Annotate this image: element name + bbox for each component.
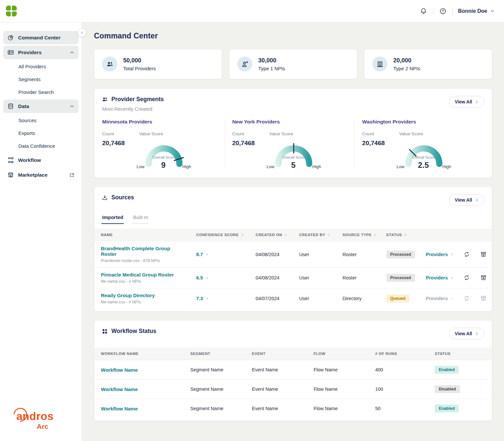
external-link-icon: [69, 172, 75, 178]
col-segment: SEGMENT: [186, 347, 247, 360]
segment-count-block: Count 20,7468: [362, 131, 385, 168]
col-confidence-score[interactable]: CONFIDENCE SCORE: [192, 229, 251, 241]
col-source-type[interactable]: SOURCE TYPE: [338, 229, 382, 241]
workflow-row: Workflow Name Segment Name Event Name Fl…: [94, 399, 492, 418]
segments-view-all-button[interactable]: View All: [449, 96, 485, 108]
database-icon: [7, 103, 14, 110]
workflow-status-card: Workflow Status View All WORKFLOW NAME S…: [94, 320, 492, 421]
workflow-table: WORKFLOW NAME SEGMENT EVENT FLOW # OF RU…: [94, 347, 492, 418]
overall-score-label: Overall Score: [399, 155, 448, 159]
workflow-name-link[interactable]: Workflow Name: [101, 406, 138, 411]
source-name-link[interactable]: BrandHealth Complete Group Roster: [101, 246, 187, 257]
sidebar-item-exports[interactable]: Exports: [3, 127, 79, 139]
sidebar-item-providers[interactable]: Providers: [3, 46, 79, 59]
sort-icon: [241, 233, 244, 237]
providers-link[interactable]: Providers: [426, 252, 454, 257]
page-title: Command Center: [94, 32, 492, 40]
overall-score-label: Overall Score: [139, 155, 189, 159]
gauge-score: 2.5: [418, 161, 429, 169]
sidebar-item-label: Workflow: [18, 157, 41, 163]
confidence-score-link[interactable]: 8.7: [196, 252, 209, 257]
status-badge: Queued: [386, 295, 410, 302]
refresh-button: [463, 295, 470, 302]
sidebar-collapse-button[interactable]: [78, 28, 86, 37]
chevron-right-icon: [205, 276, 209, 280]
segment-name[interactable]: New York Providers: [232, 119, 348, 125]
sidebar-item-data-confidence[interactable]: Data Confidence: [3, 140, 79, 152]
app-logo-icon[interactable]: [6, 6, 17, 16]
refresh-icon: [464, 251, 470, 257]
status-badge: Disabled: [435, 385, 460, 393]
workflow-view-all-button[interactable]: View All: [449, 328, 485, 340]
card-title: Workflow Status: [111, 328, 156, 335]
stat-card-type1-npis: 30,000 Type 1 NPIs: [229, 49, 357, 79]
refresh-button[interactable]: [463, 274, 470, 281]
archive-button[interactable]: [480, 251, 487, 258]
count-label: Count: [102, 131, 125, 136]
stat-label: Type 2 NPIs: [393, 66, 420, 71]
building-icon: [372, 56, 387, 72]
col-created-on[interactable]: CREATED ON: [251, 229, 294, 241]
chevron-right-icon: [205, 297, 209, 300]
sidebar-item-data[interactable]: Data: [3, 99, 79, 113]
sidebar-item-segments[interactable]: Segments: [3, 73, 79, 85]
gauge-high-label: High: [442, 164, 451, 169]
col-status[interactable]: STATUS: [382, 229, 421, 241]
count-label: Count: [232, 131, 255, 136]
sidebar-item-label: Data: [18, 103, 29, 109]
stat-label: Type 1 NPIs: [258, 66, 285, 71]
stat-card-total-providers: 50,000 Total Providers: [94, 49, 222, 79]
chevron-right-icon: [450, 253, 454, 256]
runs-cell: 50: [371, 399, 430, 418]
sidebar-item-sources[interactable]: Sources: [3, 114, 79, 126]
status-badge: Processed: [386, 251, 415, 258]
segment-name[interactable]: Washington Providers: [362, 119, 477, 125]
segment-count-block: Count 20,7468: [102, 131, 125, 168]
help-icon[interactable]: ?: [439, 7, 447, 15]
source-name-link[interactable]: Ready Group Directory: [101, 293, 187, 298]
sources-view-all-button[interactable]: View All: [449, 194, 485, 206]
refresh-button[interactable]: [463, 251, 470, 258]
segment-gauge-block: Value Score Overall Score Low 2.5: [399, 131, 448, 168]
logo-wordmark: andros: [16, 411, 54, 422]
workflow-name-link[interactable]: Workflow Name: [101, 386, 138, 392]
sidebar-item-provider-search[interactable]: Provider Search: [3, 86, 79, 98]
notifications-bell-icon[interactable]: [419, 7, 428, 15]
event-cell: Event Name: [247, 399, 309, 418]
logo-sub: Arc: [37, 423, 54, 430]
sidebar-item-label: Marketplace: [18, 172, 48, 178]
workflow-name-link[interactable]: Workflow Name: [101, 367, 138, 373]
count-value: 20,7468: [232, 140, 255, 147]
sidebar-item-command-center[interactable]: Command Center: [3, 31, 79, 44]
col-created-by[interactable]: CREATED BY: [294, 229, 338, 241]
providers-link[interactable]: Providers: [426, 275, 454, 280]
source-type-cell: Roster: [338, 241, 382, 268]
workflow-row: Workflow Name Segment Name Event Name Fl…: [94, 380, 492, 399]
confidence-score-link[interactable]: 7.3: [196, 296, 209, 301]
segment-name[interactable]: Minnesota Providers: [102, 119, 218, 125]
sidebar: Command Center Providers All Providers S…: [0, 22, 82, 441]
sidebar-item-all-providers[interactable]: All Providers: [3, 60, 79, 73]
chevron-right-icon: [475, 332, 479, 336]
created-by-cell: User: [294, 268, 338, 288]
user-menu[interactable]: Bonnie Doe: [458, 8, 495, 14]
workflow-icon: [7, 157, 14, 164]
segment-new-york: New York Providers Count 20,7468 Value S…: [225, 119, 355, 168]
created-by-cell: User: [294, 241, 338, 268]
card-title: Provider Segments: [111, 96, 164, 103]
value-score-gauge: Overall Score Low 9 High: [139, 140, 189, 168]
tab-imported[interactable]: Imported: [102, 212, 124, 224]
count-value: 20,7468: [102, 140, 125, 147]
grid-icon: [102, 328, 108, 335]
id-card-icon: [7, 49, 14, 56]
confidence-score-link[interactable]: 6.5: [196, 275, 209, 280]
stat-label: Total Providers: [123, 66, 156, 71]
source-name-link[interactable]: Pinnacle Medical Group Roster: [101, 272, 187, 277]
flow-cell: Flow Name: [309, 360, 371, 380]
sidebar-item-marketplace[interactable]: Marketplace: [3, 168, 79, 182]
sidebar-item-workflow[interactable]: Workflow: [3, 153, 79, 167]
segment-gauge-block: Value Score Overall Score Low 9: [139, 131, 189, 168]
col-workflow-name: WORKFLOW NAME: [94, 347, 186, 360]
tab-built-in[interactable]: Built In: [132, 212, 149, 224]
archive-button[interactable]: [480, 274, 487, 281]
